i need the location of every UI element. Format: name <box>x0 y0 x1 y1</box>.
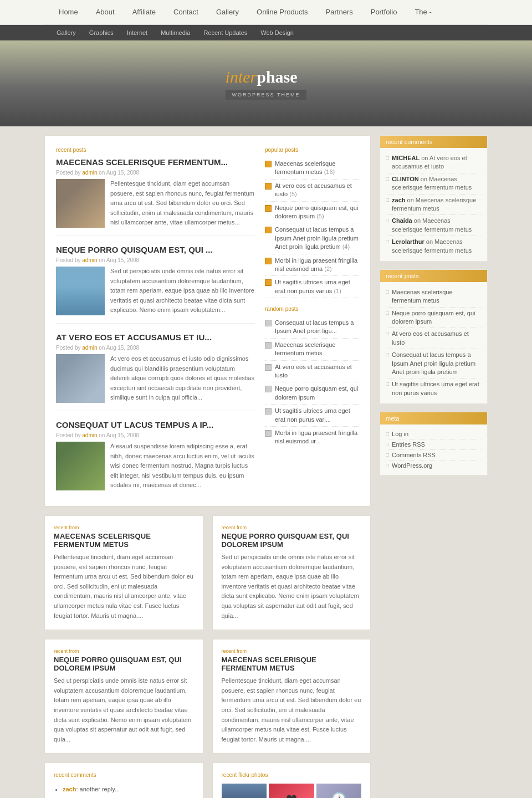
bottom-item: recent from MAECENAS SCELERISQUE FERMENT… <box>44 515 203 630</box>
nav-gallery[interactable]: Gallery <box>207 0 248 24</box>
sidebar-post-link[interactable]: Maecenas scelerisque fermentum metus <box>392 288 482 305</box>
post-meta: Posted by admin on Aug 15, 2008 <box>56 170 255 176</box>
flickr-photo[interactable] <box>222 784 267 798</box>
post-meta: Posted by admin on Aug 15, 2008 <box>56 345 255 351</box>
random-post-item: Consequat ut lacus tempus a Ipsum Anet p… <box>265 316 359 339</box>
right-sidebar: recent comments □ MICHEAL on At vero eos… <box>380 135 488 475</box>
popular-post-item: Neque porro quisquam est, qui dolorem ip… <box>265 202 359 224</box>
popular-posts-widget: popular posts Maecenas scelerisque ferme… <box>265 147 359 298</box>
bottom-widgets: recent comments zach: another reply... C… <box>44 763 371 798</box>
hero-section: interphase WORDPRESS THEME <box>0 40 532 126</box>
meta-item: □Entries RSS <box>386 439 482 450</box>
flickr-photo[interactable]: ❤ <box>269 784 314 798</box>
subnav-gallery[interactable]: Gallery <box>50 25 83 40</box>
comment-author[interactable]: zach <box>63 786 76 792</box>
sidebar-widget-title: recent posts <box>380 270 487 282</box>
nav-home[interactable]: Home <box>50 0 87 24</box>
subnav-multimedia[interactable]: Multimedia <box>154 25 197 40</box>
meta-link[interactable]: Comments RSS <box>392 452 436 458</box>
post-author-link[interactable]: admin <box>82 432 97 438</box>
logo-phase: phase <box>257 68 297 86</box>
post-item: NEQUE PORRO QUISQUAM EST, QUI ... Posted… <box>56 245 255 324</box>
post-thumbnail <box>56 354 105 403</box>
subnav-graphics[interactable]: Graphics <box>83 25 120 40</box>
sidebar-widget-title: meta <box>380 412 487 424</box>
sidebar-post-link[interactable]: Ut sagittis ultrices urna eget erat non … <box>392 380 482 397</box>
subnav-web-design[interactable]: Web Design <box>254 25 300 40</box>
post-excerpt: Sed ut perspiciatis unde omnis iste natu… <box>110 267 255 315</box>
comment-item: Chaida: An other other reply i:... <box>63 795 194 798</box>
meta-item: □Comments RSS <box>386 450 482 461</box>
bottom-comments-label: recent comments <box>54 772 194 778</box>
bottom-item-text: Pellentesque tincidunt, diam eget accums… <box>54 553 194 621</box>
bottom-comments-list: zach: another reply... Chaida: An other … <box>54 784 194 798</box>
post-item: CONSEQUAT UT LACUS TEMPUS A IP... Posted… <box>56 420 255 490</box>
post-author-link[interactable]: admin <box>82 345 97 351</box>
logo-inter: inter <box>226 68 257 86</box>
sub-navigation: Gallery Graphics Internet Multimedia Rec… <box>44 25 488 40</box>
bottom-item-title: NEQUE PORRO QUISQUAM EST, QUI DOLOREM IP… <box>54 656 194 672</box>
meta-item: □Log in <box>386 429 482 439</box>
bottom-item-label: recent from <box>54 525 194 530</box>
sidebar-comment-item: □ Chaida on Maecenas scelerisque ferment… <box>386 215 482 236</box>
sidebar-comment-item: □ CLINTON on Maecenas scelerisque fermen… <box>386 173 482 195</box>
popular-post-item: Ut sagittis ultrices urna eget erat non … <box>265 276 359 298</box>
sidebar-post-item: □Consequat ut lacus tempus a Ipsum Anet … <box>386 349 482 378</box>
post-excerpt: At vero eos et accusamus et iusto odio d… <box>110 354 255 403</box>
nav-affiliate[interactable]: Affiliate <box>124 0 165 24</box>
nav-online-products[interactable]: Online Products <box>248 0 317 24</box>
random-post-item: Maecenas scelerisque fermentum metus <box>265 339 359 361</box>
post-excerpt: Pellentesque tincidunt, diam eget accums… <box>110 179 255 228</box>
random-post-item: Ut sagittis ultrices urna eget erat non … <box>265 405 359 427</box>
post-item: MAECENAS SCELERISQUE FERMENTUM... Posted… <box>56 157 255 236</box>
bottom-comments-widget: recent comments zach: another reply... C… <box>44 763 203 798</box>
top-navigation: Home About Affiliate Contact Gallery Onl… <box>44 0 488 24</box>
post-author-link[interactable]: admin <box>82 170 97 176</box>
post-author-link[interactable]: admin <box>82 257 97 263</box>
bottom-item-text: Sed ut perspiciatis unde omnis iste natu… <box>222 553 362 621</box>
comment-item: zach: another reply... <box>63 784 194 795</box>
sidebar-comment-item: □ zach on Maecenas scelerisque fermentum… <box>386 195 482 216</box>
post-title: AT VERO EOS ET ACCUSAMUS ET IU... <box>56 332 255 342</box>
post-title: CONSEQUAT UT LACUS TEMPUS A IP... <box>56 420 255 429</box>
random-post-item: Morbi in ligua praesent fringilla nisl e… <box>265 427 359 448</box>
popular-post-item: Morbi in ligua praesent fringilla nisl e… <box>265 254 359 277</box>
bottom-item: recent from NEQUE PORRO QUISQUAM EST, QU… <box>212 515 371 630</box>
post-thumbnail <box>56 442 105 490</box>
subnav-recent-updates[interactable]: Recent Updates <box>197 25 254 40</box>
main-content-area: recent posts MAECENAS SCELERISQUE FERMEN… <box>44 135 371 798</box>
meta-item: □WordPress.org <box>386 461 482 470</box>
post-thumbnail <box>56 179 105 228</box>
page-body: recent posts MAECENAS SCELERISQUE FERMEN… <box>0 126 532 798</box>
nav-portfolio[interactable]: Portfolio <box>362 0 406 24</box>
flickr-widget: recent flickr photos ❤ 🕐 📋 ⭕ <box>212 763 371 798</box>
nav-about[interactable]: About <box>87 0 124 24</box>
sidebar-recent-comments: recent comments □ MICHEAL on At vero eos… <box>380 135 488 262</box>
bottom-item: recent from MAECENAS SCELERISQUE FERMENT… <box>212 639 371 754</box>
sidebar-comment-item: □ MICHEAL on At vero eos et accusamus et… <box>386 152 482 173</box>
popular-posts-label: popular posts <box>265 147 359 153</box>
post-title: MAECENAS SCELERISQUE FERMENTUM... <box>56 157 255 167</box>
site-tagline: WORDPRESS THEME <box>226 90 307 100</box>
sidebar-meta: meta □Log in □Entries RSS □Comments RSS … <box>380 412 488 475</box>
post-item: AT VERO EOS ET ACCUSAMUS ET IU... Posted… <box>56 332 255 411</box>
sidebar-widget-title: recent comments <box>380 136 487 148</box>
random-post-item: At vero eos et accusamus et iusto <box>265 361 359 383</box>
nav-partners[interactable]: Partners <box>317 0 362 24</box>
recent-posts-label: recent posts <box>56 147 255 153</box>
nav-contact[interactable]: Contact <box>165 0 207 24</box>
bottom-item: recent from NEQUE PORRO QUISQUAM EST, QU… <box>44 639 203 754</box>
sidebar-post-link[interactable]: At vero eos et accusamus et iusto <box>392 330 482 347</box>
meta-link[interactable]: WordPress.org <box>392 462 432 469</box>
subnav-internet[interactable]: Internet <box>120 25 154 40</box>
sidebar-post-link[interactable]: Consequat ut lacus tempus a Ipsum Anet p… <box>392 351 482 376</box>
site-logo: interphase <box>226 68 307 86</box>
bottom-item-text: Sed ut perspiciatis unde omnis iste natu… <box>54 676 194 744</box>
meta-link[interactable]: Entries RSS <box>392 441 425 448</box>
sidebar-post-item: □At vero eos et accusamus et iusto <box>386 328 482 349</box>
flickr-photo[interactable]: 🕐 <box>316 784 362 798</box>
sidebar-post-link[interactable]: Neque porro quisquam est, qui dolorem ip… <box>392 309 482 326</box>
nav-the-team[interactable]: The - <box>406 0 440 24</box>
meta-link[interactable]: Log in <box>392 431 408 437</box>
bottom-item-text: Pellentesque tincidunt, diam eget accums… <box>222 676 362 744</box>
